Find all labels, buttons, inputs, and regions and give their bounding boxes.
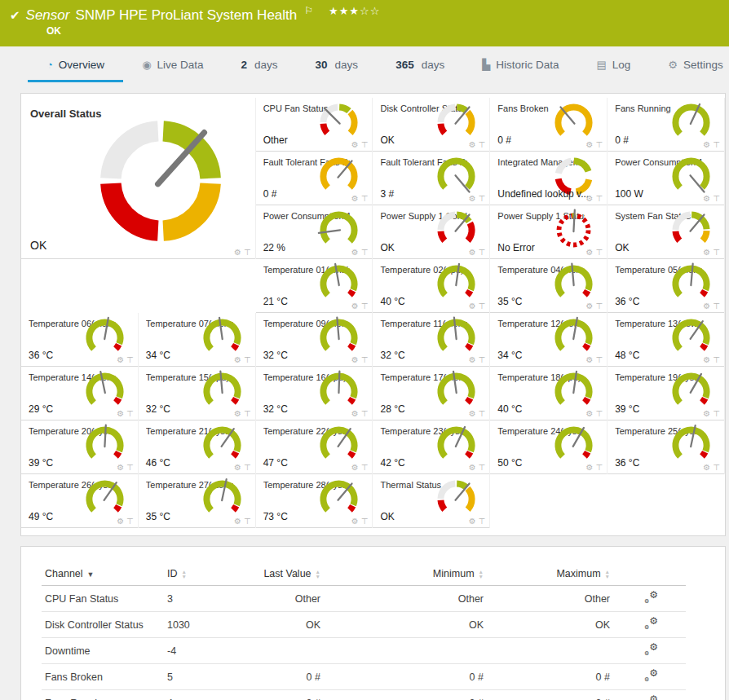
- gear-icon[interactable]: ⚙: [703, 195, 710, 203]
- channel-gauge-tile[interactable]: Temperature 26(system)49 °C⚙⊤: [21, 474, 139, 528]
- tab-live-data[interactable]: ◉Live Data: [123, 46, 222, 82]
- gear-icon[interactable]: ⚙: [585, 356, 593, 364]
- pin-icon[interactable]: ⊤: [479, 410, 486, 418]
- pin-icon[interactable]: ⊤: [479, 141, 486, 149]
- gear-icon[interactable]: ⚙: [351, 517, 359, 526]
- channel-gauge-tile[interactable]: Temperature 11(memo...32 °C⚙⊤: [373, 313, 490, 367]
- star-filled-icon[interactable]: ★: [339, 5, 350, 17]
- gear-icon[interactable]: ⚙: [703, 356, 710, 364]
- pin-icon[interactable]: ⊤: [595, 356, 603, 364]
- gear-icon[interactable]: ⚙: [703, 302, 710, 310]
- pin-icon[interactable]: ⊤: [361, 141, 369, 149]
- pin-icon[interactable]: ⊤: [713, 249, 720, 257]
- channel-settings-icon[interactable]: ⚙⚙: [644, 592, 658, 603]
- column-header-channel[interactable]: Channel▼: [42, 563, 164, 586]
- channel-gauge-tile[interactable]: Temperature 05(memo...36 °C⚙⊤: [608, 259, 725, 313]
- channel-gauge-tile[interactable]: Temperature 21(system)46 °C⚙⊤: [139, 420, 256, 474]
- gear-icon[interactable]: ⚙: [703, 141, 710, 149]
- channel-gauge-tile[interactable]: Temperature 13(power...48 °C⚙⊤: [608, 313, 725, 367]
- gear-icon[interactable]: ⚙: [234, 356, 241, 364]
- pin-icon[interactable]: ⊤: [713, 464, 720, 472]
- channel-gauge-tile[interactable]: Fans Running0 #⚙⊤: [608, 98, 725, 152]
- star-empty-icon[interactable]: ☆: [370, 5, 381, 17]
- channel-gauge-tile[interactable]: Temperature 27(storag...35 °C⚙⊤: [139, 474, 256, 528]
- pin-icon[interactable]: ⊤: [713, 195, 720, 203]
- channel-gauge-tile[interactable]: Temperature 28(system)73 °C⚙⊤: [256, 474, 373, 528]
- channel-gauge-tile[interactable]: Temperature 09(memo...32 °C⚙⊤: [256, 313, 373, 367]
- tab-365-days[interactable]: 365days: [377, 46, 463, 82]
- pin-icon[interactable]: ⊤: [361, 356, 369, 364]
- star-filled-icon[interactable]: ★: [329, 5, 339, 17]
- gear-icon[interactable]: ⚙: [585, 302, 593, 310]
- pin-icon[interactable]: ⊤: [595, 141, 603, 149]
- gear-icon[interactable]: ⚙: [469, 410, 476, 418]
- pin-icon[interactable]: ⊤: [244, 410, 251, 418]
- pin-icon[interactable]: ⊤: [361, 195, 369, 203]
- pin-icon[interactable]: ⊤: [244, 517, 251, 526]
- channel-gauge-tile[interactable]: Temperature 17(memo...28 °C⚙⊤: [373, 367, 490, 420]
- channel-gauge-tile[interactable]: Temperature 22(system)47 °C⚙⊤: [256, 420, 373, 474]
- gear-icon[interactable]: ⚙: [351, 249, 359, 257]
- gear-icon[interactable]: ⚙: [703, 410, 710, 418]
- gear-icon[interactable]: ⚙: [117, 356, 124, 364]
- column-header-id[interactable]: ID▲▼: [164, 563, 242, 586]
- channel-settings-icon[interactable]: ⚙⚙: [644, 644, 658, 655]
- gear-icon[interactable]: ⚙: [117, 464, 124, 472]
- gear-icon[interactable]: ⚙: [469, 141, 476, 149]
- gear-icon[interactable]: ⚙: [585, 464, 593, 472]
- channel-gauge-tile[interactable]: Temperature 23(system)42 °C⚙⊤: [373, 420, 490, 474]
- pin-icon[interactable]: ⊤: [244, 249, 251, 257]
- channel-gauge-tile[interactable]: Temperature 18(cpu)40 °C⚙⊤: [490, 367, 608, 420]
- gear-icon[interactable]: ⚙: [351, 464, 359, 472]
- gear-icon[interactable]: ⚙: [585, 195, 593, 203]
- channel-settings-icon[interactable]: ⚙⚙: [644, 670, 658, 681]
- pin-icon[interactable]: ⊤: [595, 249, 603, 257]
- gear-icon[interactable]: ⚙: [469, 302, 476, 310]
- channel-gauge-tile[interactable]: Temperature 01(ambie...21 °C⚙⊤: [256, 259, 373, 313]
- gear-icon[interactable]: ⚙: [703, 249, 710, 257]
- pin-icon[interactable]: ⊤: [713, 302, 720, 310]
- channel-gauge-tile[interactable]: Fault Tolerant Fans Ru...3 #⚙⊤: [373, 152, 490, 205]
- channel-gauge-tile[interactable]: Temperature 02(cpu)40 °C⚙⊤: [373, 259, 490, 313]
- gear-icon[interactable]: ⚙: [585, 410, 593, 418]
- channel-gauge-tile[interactable]: CPU Fan StatusOther⚙⊤: [256, 98, 373, 152]
- pin-icon[interactable]: ⊤: [361, 249, 369, 257]
- channel-gauge-tile[interactable]: Disk Controller StatusOK⚙⊤: [373, 98, 490, 152]
- overall-status-tile[interactable]: Overall StatusOK⚙⊤: [21, 98, 256, 259]
- tab-overview[interactable]: ◔Overview: [28, 46, 123, 82]
- gear-icon[interactable]: ⚙: [117, 410, 124, 418]
- channel-gauge-tile[interactable]: Temperature 12(power...34 °C⚙⊤: [490, 313, 608, 367]
- priority-stars[interactable]: ★★★☆☆: [329, 5, 380, 17]
- gear-icon[interactable]: ⚙: [351, 410, 359, 418]
- channel-gauge-tile[interactable]: Thermal StatusOK⚙⊤: [373, 474, 490, 528]
- gear-icon[interactable]: ⚙: [469, 464, 476, 472]
- channel-gauge-tile[interactable]: Power Supply 1 Conditi...OK⚙⊤: [373, 205, 490, 259]
- gear-icon[interactable]: ⚙: [469, 356, 476, 364]
- pin-icon[interactable]: ⊤: [713, 356, 720, 364]
- pin-icon[interactable]: ⊤: [479, 517, 486, 526]
- channel-gauge-tile[interactable]: Temperature 19(system)39 °C⚙⊤: [608, 367, 725, 420]
- channel-gauge-tile[interactable]: Temperature 07(memo...34 °C⚙⊤: [139, 313, 256, 367]
- gear-icon[interactable]: ⚙: [469, 195, 476, 203]
- flag-icon[interactable]: ⚐: [304, 5, 313, 16]
- channel-gauge-tile[interactable]: Temperature 20(system)39 °C⚙⊤: [21, 420, 139, 474]
- pin-icon[interactable]: ⊤: [244, 356, 251, 364]
- gear-icon[interactable]: ⚙: [469, 517, 476, 526]
- pin-icon[interactable]: ⊤: [479, 249, 486, 257]
- gear-icon[interactable]: ⚙: [585, 141, 593, 149]
- star-filled-icon[interactable]: ★: [349, 5, 360, 17]
- channel-gauge-tile[interactable]: Power Consumption 1 ...22 %⚙⊤: [256, 205, 373, 259]
- channel-gauge-tile[interactable]: Temperature 15(cpu)32 °C⚙⊤: [139, 367, 256, 420]
- channel-gauge-tile[interactable]: Fans Broken0 #⚙⊤: [490, 98, 608, 152]
- channel-gauge-tile[interactable]: Temperature 04(memo...35 °C⚙⊤: [490, 259, 608, 313]
- pin-icon[interactable]: ⊤: [361, 464, 369, 472]
- pin-icon[interactable]: ⊤: [479, 356, 486, 364]
- pin-icon[interactable]: ⊤: [595, 195, 603, 203]
- pin-icon[interactable]: ⊤: [361, 517, 369, 526]
- tab-historic-data[interactable]: ▙Historic Data: [463, 46, 577, 82]
- tab-settings[interactable]: ⚙Settings: [649, 46, 729, 82]
- pin-icon[interactable]: ⊤: [126, 410, 134, 418]
- tab-log[interactable]: ▤Log: [577, 46, 649, 82]
- channel-gauge-tile[interactable]: Temperature 14(memo...29 °C⚙⊤: [21, 367, 139, 420]
- gear-icon[interactable]: ⚙: [234, 517, 241, 526]
